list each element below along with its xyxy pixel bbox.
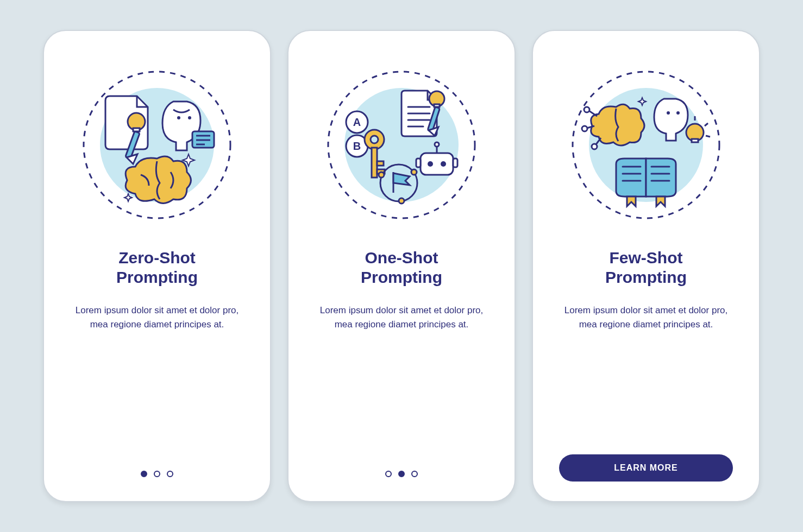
screen-title: One-ShotPrompting	[361, 248, 442, 287]
dot-1[interactable]	[141, 471, 147, 477]
onboarding-screen-2: A B	[287, 30, 516, 502]
few-shot-icon	[564, 64, 727, 226]
learn-more-button[interactable]: LEARN MORE	[559, 454, 733, 482]
svg-point-39	[399, 198, 404, 204]
svg-line-55	[706, 136, 710, 137]
svg-point-33	[435, 142, 439, 147]
page-indicator	[44, 471, 270, 477]
svg-rect-28	[434, 104, 440, 107]
svg-point-6	[188, 116, 191, 119]
dot-2[interactable]	[154, 471, 160, 477]
dot-3[interactable]	[411, 471, 418, 477]
svg-point-43	[584, 107, 589, 112]
svg-point-18	[371, 136, 378, 143]
screen-description: Lorem ipsum dolor sit amet et dolor pro,…	[315, 303, 488, 331]
svg-point-30	[428, 161, 433, 167]
svg-point-5	[177, 116, 180, 119]
dot-3[interactable]	[167, 471, 173, 477]
screen-title: Few-ShotPrompting	[605, 248, 687, 287]
svg-point-50	[676, 111, 680, 115]
svg-point-37	[379, 172, 384, 178]
screen-title: Zero-ShotPrompting	[116, 248, 198, 287]
svg-text:B: B	[353, 140, 361, 152]
svg-point-45	[592, 144, 597, 149]
page-indicator	[288, 471, 515, 477]
screen-description: Lorem ipsum dolor sit amet et dolor pro,…	[559, 303, 733, 331]
svg-point-44	[582, 126, 587, 131]
onboarding-screen-1: Zero-ShotPrompting Lorem ipsum dolor sit…	[43, 30, 271, 502]
svg-point-49	[667, 111, 670, 115]
svg-point-38	[411, 169, 417, 175]
screen-description: Lorem ipsum dolor sit amet et dolor pro,…	[70, 303, 244, 331]
svg-point-31	[441, 161, 446, 167]
dot-1[interactable]	[385, 471, 392, 477]
svg-rect-4	[133, 128, 140, 131]
zero-shot-icon	[76, 64, 239, 226]
svg-rect-34	[416, 159, 421, 167]
svg-text:A: A	[353, 116, 361, 128]
svg-rect-52	[692, 139, 698, 142]
svg-rect-20	[377, 161, 384, 166]
one-shot-icon: A B	[320, 64, 483, 226]
svg-rect-35	[453, 159, 457, 167]
svg-rect-29	[421, 153, 453, 175]
dot-2[interactable]	[398, 471, 405, 477]
onboarding-screen-3: Few-ShotPrompting Lorem ipsum dolor sit …	[532, 30, 760, 502]
svg-line-54	[705, 123, 708, 126]
